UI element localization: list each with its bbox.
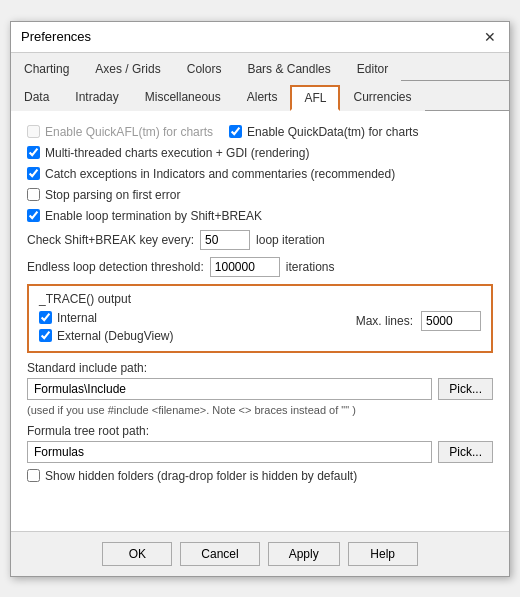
enable-loop-row: Enable loop termination by Shift+BREAK [27, 209, 493, 223]
help-button[interactable]: Help [348, 542, 418, 566]
multithreaded-checkbox[interactable] [27, 146, 40, 159]
tab-alerts[interactable]: Alerts [234, 85, 291, 111]
dialog-title: Preferences [21, 29, 91, 44]
show-hidden-checkbox[interactable] [27, 469, 40, 482]
show-hidden-row: Show hidden folders (drag-drop folder is… [27, 469, 493, 483]
formula-tree-pick-button[interactable]: Pick... [438, 441, 493, 463]
standard-include-input[interactable] [27, 378, 432, 400]
shift-break-row: Check Shift+BREAK key every: loop iterat… [27, 230, 493, 250]
title-bar: Preferences ✕ [11, 22, 509, 53]
catch-exceptions-label[interactable]: Catch exceptions in Indicators and comme… [27, 167, 395, 181]
trace-title: _TRACE() output [39, 292, 481, 306]
shift-break-suffix: loop iteration [256, 233, 325, 247]
endless-loop-label: Endless loop detection threshold: [27, 260, 204, 274]
show-hidden-label[interactable]: Show hidden folders (drag-drop folder is… [27, 469, 357, 483]
formula-tree-input[interactable] [27, 441, 432, 463]
standard-include-label: Standard include path: [27, 361, 493, 375]
tab-miscellaneous[interactable]: Miscellaneous [132, 85, 234, 111]
trace-internal-label[interactable]: Internal [39, 311, 174, 325]
shift-break-label: Check Shift+BREAK key every: [27, 233, 194, 247]
standard-include-pick-button[interactable]: Pick... [438, 378, 493, 400]
tab-editor[interactable]: Editor [344, 57, 401, 81]
enable-quickafl-checkbox[interactable] [27, 125, 40, 138]
cancel-button[interactable]: Cancel [180, 542, 259, 566]
close-button[interactable]: ✕ [481, 28, 499, 46]
content-area: Enable QuickAFL(tm) for charts Enable Qu… [11, 111, 509, 531]
tab-afl[interactable]: AFL [290, 85, 340, 111]
formula-tree-row: Pick... [27, 441, 493, 463]
trace-box: _TRACE() output Internal External (Debug… [27, 284, 493, 353]
trace-row: Internal External (DebugView) Max. lines… [39, 311, 481, 343]
enable-quickdata-label[interactable]: Enable QuickData(tm) for charts [229, 125, 418, 139]
standard-include-row: Pick... [27, 378, 493, 400]
stop-parsing-row: Stop parsing on first error [27, 188, 493, 202]
formula-tree-label: Formula tree root path: [27, 424, 493, 438]
endless-loop-row: Endless loop detection threshold: iterat… [27, 257, 493, 277]
trace-internal-checkbox[interactable] [39, 311, 52, 324]
tabs-row-1: Charting Axes / Grids Colors Bars & Cand… [11, 53, 509, 81]
trace-right: Max. lines: [356, 311, 481, 331]
apply-button[interactable]: Apply [268, 542, 340, 566]
tab-charting[interactable]: Charting [11, 57, 82, 81]
enable-quickdata-checkbox[interactable] [229, 125, 242, 138]
trace-external-label[interactable]: External (DebugView) [39, 329, 174, 343]
quick-row: Enable QuickAFL(tm) for charts Enable Qu… [27, 125, 493, 139]
endless-loop-suffix: iterations [286, 260, 335, 274]
tab-intraday[interactable]: Intraday [62, 85, 131, 111]
multithreaded-label[interactable]: Multi-threaded charts execution + GDI (r… [27, 146, 309, 160]
tab-bars-candles[interactable]: Bars & Candles [234, 57, 343, 81]
enable-loop-label[interactable]: Enable loop termination by Shift+BREAK [27, 209, 262, 223]
trace-external-checkbox[interactable] [39, 329, 52, 342]
trace-checkboxes: Internal External (DebugView) [39, 311, 174, 343]
max-lines-input[interactable] [421, 311, 481, 331]
enable-loop-checkbox[interactable] [27, 209, 40, 222]
tab-axes-grids[interactable]: Axes / Grids [82, 57, 173, 81]
tab-data[interactable]: Data [11, 85, 62, 111]
catch-exceptions-row: Catch exceptions in Indicators and comme… [27, 167, 493, 181]
tab-colors[interactable]: Colors [174, 57, 235, 81]
endless-loop-input[interactable] [210, 257, 280, 277]
multithreaded-row: Multi-threaded charts execution + GDI (r… [27, 146, 493, 160]
tab-currencies[interactable]: Currencies [340, 85, 424, 111]
max-lines-label: Max. lines: [356, 314, 413, 328]
standard-include-note: (used if you use #include <filename>. No… [27, 404, 493, 416]
enable-quickafl-label[interactable]: Enable QuickAFL(tm) for charts [27, 125, 213, 139]
preferences-dialog: Preferences ✕ Charting Axes / Grids Colo… [10, 21, 510, 577]
ok-button[interactable]: OK [102, 542, 172, 566]
stop-parsing-label[interactable]: Stop parsing on first error [27, 188, 180, 202]
bottom-bar: OK Cancel Apply Help [11, 531, 509, 576]
tabs-row-2: Data Intraday Miscellaneous Alerts AFL C… [11, 81, 509, 111]
shift-break-input[interactable] [200, 230, 250, 250]
stop-parsing-checkbox[interactable] [27, 188, 40, 201]
catch-exceptions-checkbox[interactable] [27, 167, 40, 180]
